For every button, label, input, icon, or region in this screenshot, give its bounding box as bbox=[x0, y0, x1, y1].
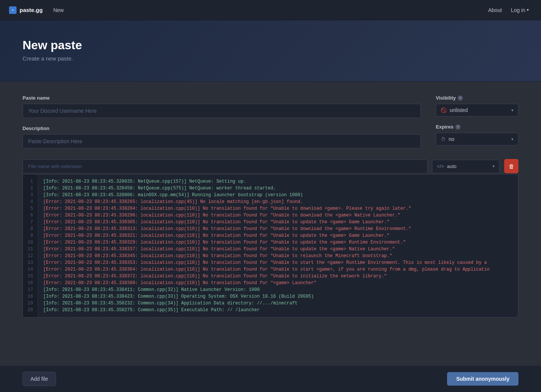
bottom-bar: Add file Submit anonymously bbox=[0, 365, 541, 392]
page-title: New paste bbox=[23, 38, 518, 52]
expires-group: Expires ? ⏱ no ▾ bbox=[436, 124, 518, 145]
chevron-down-icon: ▾ bbox=[511, 108, 514, 113]
trash-icon: 🗑 bbox=[509, 163, 514, 170]
expires-help-icon[interactable]: ? bbox=[455, 124, 461, 130]
add-file-button[interactable]: Add file bbox=[23, 372, 56, 386]
form-left: Paste name Description bbox=[23, 95, 421, 148]
chevron-down-icon: ▾ bbox=[493, 164, 495, 169]
paste-name-input[interactable] bbox=[23, 104, 421, 118]
navbar: ▪ paste.gg New About Log in ▾ bbox=[0, 0, 541, 20]
paste-name-label: Paste name bbox=[23, 95, 421, 101]
visibility-help-icon[interactable]: ? bbox=[458, 95, 463, 101]
visibility-group: Visibility ? 🚫 unlisted ▾ bbox=[436, 95, 518, 117]
brand-icon: ▪ bbox=[9, 6, 17, 14]
paste-name-group: Paste name bbox=[23, 95, 421, 118]
line-numbers: 1234567891011121314151617181920 bbox=[23, 174, 38, 317]
expires-label: Expires ? bbox=[436, 124, 518, 130]
login-button[interactable]: Log in ▾ bbox=[508, 6, 532, 15]
code-icon: </> bbox=[437, 163, 444, 169]
brand-link[interactable]: ▪ paste.gg bbox=[9, 6, 43, 14]
chevron-down-icon: ▾ bbox=[511, 137, 514, 142]
file-section: </> auto ▾ 🗑 123456789101112131415161718… bbox=[23, 159, 518, 318]
code-lines: 1234567891011121314151617181920 [Info: 2… bbox=[23, 174, 518, 317]
nav-about[interactable]: About bbox=[485, 0, 505, 20]
hero-section: New paste Create a new paste. bbox=[0, 20, 541, 82]
clock-icon: ⏱ bbox=[441, 136, 446, 142]
page-subtitle: Create a new paste. bbox=[23, 55, 518, 62]
code-content: [Info: 2021-08-23 08:23:45.320035: NetQu… bbox=[38, 174, 518, 317]
brand-name: paste.gg bbox=[20, 7, 43, 13]
expires-select[interactable]: ⏱ no ▾ bbox=[436, 133, 518, 145]
expires-value: no bbox=[449, 136, 508, 142]
main-content: Paste name Description Visibility ? 🚫 un… bbox=[0, 82, 541, 348]
delete-file-button[interactable]: 🗑 bbox=[504, 159, 518, 173]
visibility-select[interactable]: 🚫 unlisted ▾ bbox=[436, 104, 518, 117]
language-value: auto bbox=[447, 163, 490, 169]
language-select[interactable]: </> auto ▾ bbox=[432, 160, 500, 173]
nav-new[interactable]: New bbox=[50, 0, 67, 20]
navbar-right: About Log in ▾ bbox=[485, 0, 532, 20]
file-name-input[interactable] bbox=[23, 159, 428, 173]
form-right: Visibility ? 🚫 unlisted ▾ Expires ? ⏱ no bbox=[436, 95, 518, 145]
eye-off-icon: 🚫 bbox=[441, 107, 447, 113]
file-header: </> auto ▾ 🗑 bbox=[23, 159, 518, 173]
code-editor[interactable]: 1234567891011121314151617181920 [Info: 2… bbox=[23, 174, 518, 318]
submit-anonymous-button[interactable]: Submit anonymously bbox=[447, 372, 518, 386]
visibility-value: unlisted bbox=[450, 107, 508, 113]
chevron-down-icon: ▾ bbox=[527, 8, 529, 12]
description-group: Description bbox=[23, 126, 421, 148]
description-input[interactable] bbox=[23, 134, 421, 148]
visibility-label: Visibility ? bbox=[436, 95, 518, 101]
login-label: Log in bbox=[511, 7, 525, 13]
description-label: Description bbox=[23, 126, 421, 131]
form-top: Paste name Description Visibility ? 🚫 un… bbox=[23, 95, 518, 148]
